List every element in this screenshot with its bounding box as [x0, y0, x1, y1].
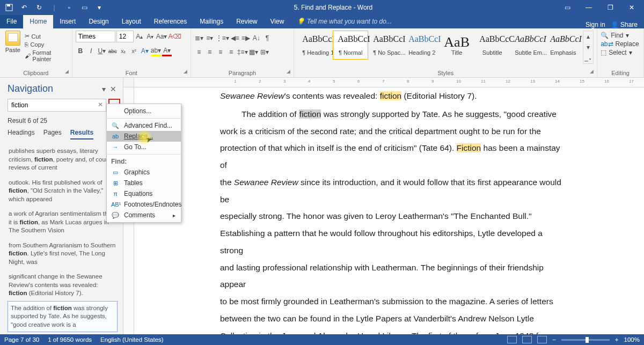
paragraph-dialog-icon[interactable]: ◢ [287, 69, 290, 74]
status-page[interactable]: Page 7 of 30 [4, 336, 39, 343]
menu-equations[interactable]: πEquations [107, 188, 181, 199]
paste-icon[interactable] [5, 31, 20, 46]
cut-button[interactable]: ✂Cut [25, 33, 69, 40]
web-layout-icon[interactable] [537, 336, 547, 343]
nav-result-item[interactable]: The addition of fiction was strongly sup… [8, 301, 118, 332]
menu-comments[interactable]: 💬Comments▸ [107, 210, 181, 221]
tab-view[interactable]: View [264, 15, 291, 28]
status-language[interactable]: English (United States) [100, 336, 164, 343]
nav-close-icon[interactable]: ✕ [109, 85, 118, 93]
menu-options[interactable]: Options... [107, 106, 181, 116]
menu-replace[interactable]: abReplace...➤ [107, 131, 181, 142]
font-color-icon[interactable]: A▾ [162, 46, 172, 56]
share-button[interactable]: 👤 Share [611, 21, 638, 28]
styles-scroll-down-icon[interactable]: ▾ [583, 42, 593, 53]
line-spacing-icon[interactable]: ‡≡▾ [237, 47, 248, 57]
tab-home[interactable]: Home [23, 15, 53, 28]
shading-icon[interactable]: ▦▾ [249, 47, 259, 57]
nav-result-item[interactable]: a work of Agrarian sentimentalism than i… [8, 207, 118, 238]
ribbon-display-icon[interactable]: ▭ [558, 1, 576, 14]
tab-references[interactable]: References [148, 15, 193, 28]
align-center-icon[interactable]: ≡ [205, 47, 215, 57]
nav-result-item[interactable]: significant change in the Sewanee Review… [8, 269, 118, 301]
undo-icon[interactable]: ↶ [17, 1, 31, 14]
nav-tab-headings[interactable]: Headings [8, 129, 35, 140]
sort-icon[interactable]: A↓ [252, 33, 261, 43]
status-words[interactable]: 1 of 9650 words [48, 336, 92, 343]
styles-gallery[interactable]: AaBbCcI¶ Heading 1AaBbCcI¶ NormalAaBbCcI… [297, 31, 581, 60]
ruler-horizontal[interactable]: 123456789101112131415161718 [134, 78, 644, 87]
align-right-icon[interactable]: ≡ [216, 47, 225, 57]
tab-mailings[interactable]: Mailings [193, 15, 230, 28]
nav-tab-results[interactable]: Results [70, 129, 93, 140]
nav-result-item[interactable]: publishes superb essays, literary critic… [8, 144, 118, 175]
strike-icon[interactable]: abc [108, 46, 118, 56]
style-tile[interactable]: AaBbCcI¶ Heading 1 [297, 31, 333, 60]
multilevel-icon[interactable]: ⋮≡▾ [216, 33, 229, 43]
zoom-in-icon[interactable]: + [615, 336, 619, 343]
increase-indent-icon[interactable]: ≡▶ [241, 33, 251, 43]
tab-file[interactable]: File [0, 15, 23, 28]
select-button[interactable]: ⬚Select ▾ [601, 49, 639, 56]
new-icon[interactable]: ▫ [62, 1, 76, 14]
zoom-slider[interactable] [561, 339, 610, 341]
document-canvas[interactable]: Sewanee Review's contents was revealed: … [123, 87, 644, 334]
show-marks-icon[interactable]: ¶ [262, 33, 272, 43]
clipboard-dialog-icon[interactable]: ◢ [65, 69, 69, 74]
italic-icon[interactable]: I [86, 46, 96, 56]
decrease-indent-icon[interactable]: ◀≡ [230, 33, 240, 43]
zoom-level[interactable]: 100% [624, 336, 640, 343]
font-size-select[interactable] [116, 31, 134, 42]
shrink-font-icon[interactable]: A▾ [145, 31, 155, 42]
menu-goto[interactable]: →Go To... [107, 142, 181, 152]
redo-icon[interactable]: ↻ [32, 1, 46, 14]
subscript-icon[interactable]: x₂ [119, 46, 128, 56]
open-icon[interactable]: ▭ [77, 1, 91, 14]
clear-format-icon[interactable]: A⌫ [168, 31, 181, 42]
justify-icon[interactable]: ≡ [226, 47, 236, 57]
style-tile[interactable]: AaBbCcIEmphasis [545, 31, 581, 60]
menu-footnotes[interactable]: AB¹Footnotes/Endnotes [107, 199, 181, 210]
format-painter-button[interactable]: 🖌Format Painter [25, 49, 69, 62]
paste-button[interactable]: Paste [5, 47, 20, 53]
superscript-icon[interactable]: x² [129, 46, 139, 56]
nav-result-item[interactable]: from Southern Agrarianism to Southern fi… [8, 238, 118, 270]
tab-review[interactable]: Review [230, 15, 264, 28]
tab-design[interactable]: Design [82, 15, 115, 28]
nav-search-input[interactable] [8, 99, 106, 112]
menu-tables[interactable]: ⊞Tables [107, 178, 181, 188]
bold-icon[interactable]: B [76, 46, 85, 56]
tab-insert[interactable]: Insert [53, 15, 82, 28]
styles-dialog-icon[interactable]: ◢ [590, 69, 594, 74]
style-tile[interactable]: AaBbCcI¶ No Spac... [368, 31, 404, 60]
tab-layout[interactable]: Layout [115, 15, 148, 28]
restore-icon[interactable]: ❐ [601, 1, 619, 14]
bullets-icon[interactable]: ≣▾ [194, 33, 204, 43]
sign-in-link[interactable]: Sign in [586, 21, 605, 28]
save-icon[interactable] [2, 1, 16, 14]
font-dialog-icon[interactable]: ◢ [184, 69, 187, 74]
styles-more-icon[interactable]: ⎯▾ [583, 53, 593, 63]
print-layout-icon[interactable] [522, 336, 532, 343]
numbering-icon[interactable]: ≡▾ [205, 33, 215, 43]
style-tile[interactable]: AaBbCcIHeading 2 [404, 31, 439, 60]
align-left-icon[interactable]: ≡ [194, 47, 204, 57]
minimize-icon[interactable]: — [580, 1, 598, 14]
nav-search-clear-icon[interactable]: ✕ [98, 101, 103, 108]
nav-result-item[interactable]: outlook. His first published work of fic… [8, 175, 118, 207]
copy-button[interactable]: ⎘Copy [25, 41, 69, 48]
highlight-icon[interactable]: ab▾ [151, 46, 161, 56]
menu-advanced-find[interactable]: 🔍Advanced Find... [107, 120, 181, 131]
change-case-icon[interactable]: Aa▾ [156, 31, 167, 42]
font-name-select[interactable] [76, 31, 115, 42]
nav-dropdown-icon[interactable]: ▾ [99, 85, 108, 93]
nav-tab-pages[interactable]: Pages [43, 129, 62, 140]
qa-custom-icon[interactable]: ▾ [92, 1, 106, 14]
zoom-out-icon[interactable]: − [552, 336, 556, 343]
style-tile[interactable]: AaBbCcCSubtitle [474, 31, 510, 60]
read-mode-icon[interactable] [507, 336, 517, 343]
style-tile[interactable]: AaBbCcISubtle Em... [510, 31, 545, 60]
underline-icon[interactable]: U▾ [97, 46, 107, 56]
replace-button[interactable]: ab⇄Replace [601, 40, 639, 48]
menu-graphics[interactable]: ▭Graphics [107, 167, 181, 178]
